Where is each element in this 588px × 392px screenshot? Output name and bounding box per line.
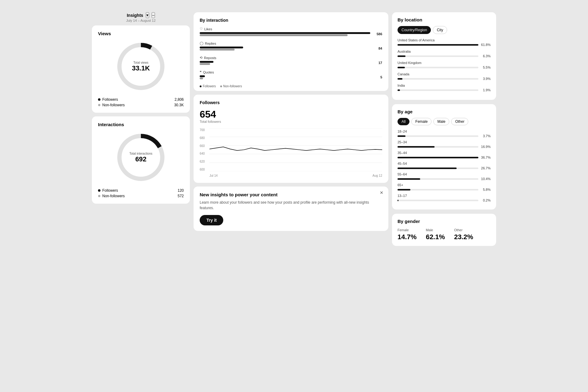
- tab-city[interactable]: City: [433, 26, 447, 34]
- quotes-label: ❝ Quotes: [200, 70, 382, 74]
- quotes-bar: 5: [200, 75, 382, 81]
- insights-title: Insights: [127, 13, 143, 18]
- views-donut-value: 33.1K: [132, 64, 150, 72]
- popup-body: Learn more about your followers and see …: [200, 200, 382, 211]
- location-australia: Australia 6.3%: [398, 50, 491, 58]
- replies-icon: ◯: [200, 41, 203, 45]
- by-interaction-title: By interaction: [200, 18, 382, 23]
- int-non-followers-dot: [98, 195, 100, 197]
- interaction-reposts-row: ⟲ Reposts 17: [200, 56, 382, 67]
- age-45-54: 45–54 26.7%: [398, 162, 491, 170]
- likes-bar: 586: [200, 32, 382, 38]
- legend-non-followers-dot: [220, 85, 222, 87]
- chart-inner: [209, 128, 382, 171]
- followers-title: Followers: [200, 100, 382, 105]
- quotes-value: 5: [380, 75, 382, 79]
- reposts-bar: 17: [200, 61, 382, 67]
- insights-header: Insights ▾ – July 14 – August 12: [92, 12, 190, 22]
- chart-x-labels: Jul 14 Aug 12: [209, 174, 382, 177]
- by-gender-section: By gender Female 14.7% Male 62.1% Other …: [392, 214, 496, 246]
- interactions-card: Interactions Total interactions 692: [92, 116, 190, 204]
- legend-followers-dot: [200, 85, 202, 87]
- location-india: India 1.9%: [398, 84, 491, 92]
- age-tabs: All Female Male Other: [398, 118, 491, 125]
- int-followers-dot: [98, 189, 100, 192]
- views-non-followers-label: Non-followers: [102, 103, 125, 107]
- reposts-label: ⟲ Reposts: [200, 56, 382, 60]
- popup-close-button[interactable]: ✕: [379, 190, 385, 196]
- int-followers-label: Followers: [102, 188, 118, 193]
- views-legend: Followers 2,806 Non-followers 30.3K: [98, 97, 184, 107]
- age-13-17: 13–17 0.2%: [398, 194, 491, 202]
- tab-age-other[interactable]: Other: [451, 118, 468, 125]
- legend-followers-label: Followers: [203, 85, 216, 88]
- tab-age-male[interactable]: Male: [433, 118, 449, 125]
- interaction-legend: Followers Non-followers: [200, 85, 382, 88]
- tab-age-all[interactable]: All: [398, 118, 409, 125]
- by-age-title: By age: [398, 109, 491, 114]
- likes-label: ♡ Likes: [200, 27, 382, 31]
- int-non-followers-count: 572: [178, 194, 184, 198]
- by-location-title: By location: [398, 17, 491, 22]
- interactions-donut-value: 692: [135, 155, 147, 163]
- popup-title: New insights to power your content: [200, 192, 382, 197]
- views-donut-center: Total views 33.1K: [132, 61, 150, 72]
- middle-column: By interaction ♡ Likes 586: [194, 12, 388, 246]
- followers-dot: [98, 98, 100, 101]
- interactions-donut: Total interactions 692: [115, 131, 167, 183]
- minus-icon: –: [152, 13, 154, 17]
- tab-country-region[interactable]: Country/Region: [398, 26, 431, 34]
- legend-followers: Followers: [200, 85, 216, 88]
- views-donut-container: Total views 33.1K: [98, 40, 184, 92]
- interaction-quotes-row: ❝ Quotes 5: [200, 70, 382, 81]
- views-donut: Total views 33.1K: [115, 40, 167, 92]
- non-followers-dot: [98, 104, 100, 106]
- age-55-64: 55–64 10.4%: [398, 172, 491, 181]
- tab-age-female[interactable]: Female: [411, 118, 432, 125]
- location-canada: Canada 3.9%: [398, 72, 491, 81]
- date-dropdown-button[interactable]: ▾: [146, 12, 149, 18]
- followers-card: Followers 654 Total followers 700 680 66…: [194, 95, 388, 183]
- interactions-legend: Followers 120 Non-followers 572: [98, 188, 184, 198]
- legend-non-followers-label: Non-followers: [223, 85, 242, 88]
- reposts-value: 17: [379, 61, 382, 65]
- new-insights-popup: ✕ New insights to power your content Lea…: [194, 187, 388, 231]
- interactions-title: Interactions: [98, 122, 184, 127]
- left-column: Insights ▾ – July 14 – August 12 Views: [92, 12, 190, 246]
- gender-male: Male 62.1%: [426, 228, 445, 241]
- quotes-icon: ❝: [200, 70, 202, 74]
- views-non-followers-count: 30.3K: [174, 103, 184, 107]
- views-followers-legend: Followers 2,806: [98, 97, 184, 102]
- dashboard: Insights ▾ – July 14 – August 12 Views: [92, 12, 496, 246]
- age-18-24: 18–24 3.7%: [398, 130, 491, 138]
- age-items: 18–24 3.7% 25–34 16.9%: [398, 130, 491, 202]
- collapse-button[interactable]: –: [152, 12, 155, 18]
- interactions-donut-label: Total interactions: [129, 152, 152, 155]
- interactions-donut-center: Total interactions 692: [129, 152, 152, 163]
- by-interaction-card: By interaction ♡ Likes 586: [194, 12, 388, 91]
- location-items: United States of America 61.8% Australia: [398, 38, 491, 92]
- legend-non-followers: Non-followers: [220, 85, 242, 88]
- int-followers-count: 120: [178, 188, 184, 193]
- dropdown-icon: ▾: [146, 13, 149, 17]
- views-card: Views Total views 33.1K: [92, 25, 190, 113]
- location-tabs: Country/Region City: [398, 26, 491, 34]
- right-column: By location Country/Region City United S…: [392, 12, 496, 246]
- gender-female: Female 14.7%: [398, 228, 417, 241]
- views-donut-label: Total views: [132, 61, 150, 64]
- followers-chart: 700 680 660 640 620 600: [200, 128, 382, 177]
- views-followers-count: 2,806: [175, 97, 184, 102]
- interaction-replies-row: ◯ Replies 84: [200, 41, 382, 53]
- followers-count: 654: [200, 109, 382, 119]
- gender-other: Other 23.2%: [454, 228, 473, 241]
- chart-y-labels: 700 680 660 640 620 600: [200, 128, 208, 171]
- replies-value: 84: [379, 47, 382, 50]
- location-uk: United Kingdom 5.5%: [398, 61, 491, 69]
- date-range: July 14 – August 12: [126, 19, 156, 22]
- try-it-button[interactable]: Try it: [200, 215, 223, 225]
- interaction-likes-row: ♡ Likes 586: [200, 27, 382, 38]
- line-chart-svg: [209, 128, 382, 171]
- by-location-section: By location Country/Region City United S…: [392, 12, 496, 100]
- views-followers-label: Followers: [102, 97, 118, 102]
- by-age-section: By age All Female Male Other 18–24 3.7%: [392, 104, 496, 209]
